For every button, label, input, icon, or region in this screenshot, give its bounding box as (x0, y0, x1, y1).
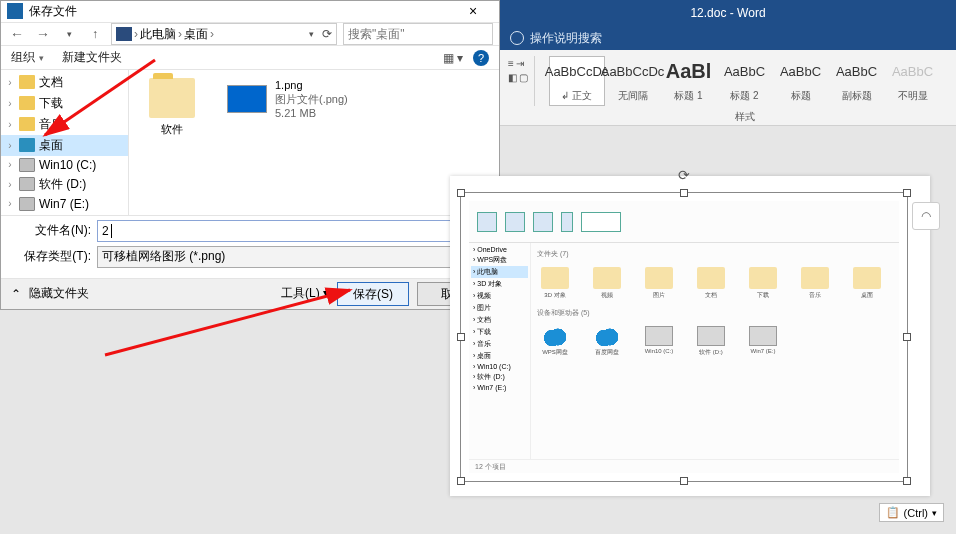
border-icon[interactable]: ▢ (519, 72, 528, 83)
tree-item-软件 (D:)[interactable]: ›软件 (D:) (1, 174, 128, 195)
desktop-icon (19, 138, 35, 152)
breadcrumb-root[interactable]: 此电脑 (140, 26, 176, 43)
breadcrumb-dropdown[interactable]: ▾ (309, 29, 314, 39)
app-icon (7, 3, 23, 19)
resize-handle[interactable] (903, 333, 911, 341)
style-不明显[interactable]: AaBbC不明显 (885, 56, 941, 106)
new-folder-button[interactable]: 新建文件夹 (62, 49, 122, 66)
folder-item[interactable]: 软件 (137, 78, 207, 137)
inner-item: 下载 (745, 267, 781, 300)
nav-row: ← → ▾ ↑ › 此电脑 › 桌面 › ▾ ⟳ (1, 23, 499, 46)
inner-tree-item: › 音乐 (471, 338, 528, 350)
selection-frame[interactable]: ⟳ › OneDrive› WPS网盘› 此电脑› 3D 对象› 视频› 图片›… (460, 192, 908, 482)
tell-me-label: 操作说明搜索 (530, 30, 602, 47)
breadcrumb-loc[interactable]: 桌面 (184, 26, 208, 43)
layout-options-button[interactable]: ◠ (912, 202, 940, 230)
inner-item: 软件 (D:) (693, 326, 729, 357)
styles-gallery: AaBbCcDc↲ 正文AaBbCcDc无间隔AaBl标题 1AaBbC标题 2… (537, 56, 952, 124)
close-button[interactable]: × (453, 3, 493, 19)
tell-me-bar[interactable]: 操作说明搜索 (500, 26, 956, 50)
resize-handle[interactable] (680, 477, 688, 485)
tree-item-音乐[interactable]: ›音乐 (1, 114, 128, 135)
tree-item-文档[interactable]: ›文档 (1, 72, 128, 93)
file-list: 软件 1.png 图片文件(.png) 5.21 MB (129, 70, 499, 215)
search-input[interactable] (343, 23, 493, 45)
chevron-right-icon: › (178, 27, 182, 41)
embedded-screenshot: › OneDrive› WPS网盘› 此电脑› 3D 对象› 视频› 图片› 文… (469, 201, 899, 473)
inner-item: 视频 (589, 267, 625, 300)
organize-dropdown[interactable]: ▾ (39, 53, 44, 63)
inner-status: 12 个项目 (469, 459, 899, 473)
inner-section-label: 设备和驱动器 (5) (537, 308, 893, 318)
organize-button[interactable]: 组织 (11, 49, 35, 66)
history-dropdown[interactable]: ▾ (59, 29, 79, 39)
document-area: ◠ ⟳ › OneDrive› WPS网盘› 此电脑› 3D 对象› 视频› 图… (500, 126, 956, 534)
filename-value: 2 (102, 224, 109, 238)
inner-item: 文档 (693, 267, 729, 300)
inner-item: 音乐 (797, 267, 833, 300)
filename-label: 文件名(N): (11, 222, 91, 239)
inner-item: 桌面 (849, 267, 885, 300)
filename-input[interactable]: 2 (97, 220, 465, 242)
paste-options-popup[interactable]: 📋 (Ctrl) ▾ (879, 503, 944, 522)
style-标题[interactable]: AaBbC标题 (773, 56, 829, 106)
dialog-bottom: ⌃ 隐藏文件夹 工具(L) ▾ 保存(S) 取消 (1, 278, 499, 309)
tree-item-桌面[interactable]: ›桌面 (1, 135, 128, 156)
breadcrumb[interactable]: › 此电脑 › 桌面 › ▾ ⟳ (111, 23, 337, 45)
folder-icon (149, 78, 195, 118)
inner-tree-item: › 图片 (471, 302, 528, 314)
word-title-bar: 12.doc - Word (500, 0, 956, 26)
help-button[interactable]: ? (473, 50, 489, 66)
doc-title: 12.doc - Word (690, 6, 765, 20)
file-item[interactable]: 1.png 图片文件(.png) 5.21 MB (227, 78, 348, 120)
paragraph-group: ≡⇥ ◧▢ (504, 56, 532, 85)
drive-icon (19, 197, 35, 211)
save-fields: 文件名(N): 2 ⌄ 保存类型(T): 可移植网络图形 (*.png) ⌄ (1, 215, 499, 278)
image-thumbnail (227, 85, 267, 113)
view-options-icon[interactable]: ▦ ▾ (443, 51, 463, 65)
filetype-select[interactable]: 可移植网络图形 (*.png) (97, 246, 465, 268)
style-标题 2[interactable]: AaBbC标题 2 (717, 56, 773, 106)
inner-tree: › OneDrive› WPS网盘› 此电脑› 3D 对象› 视频› 图片› 文… (469, 243, 531, 459)
inner-ribbon (469, 201, 899, 243)
filetype-value: 可移植网络图形 (*.png) (102, 248, 225, 265)
up-button[interactable]: ↑ (85, 27, 105, 41)
tree-item-Win10 (C:)[interactable]: ›Win10 (C:) (1, 156, 128, 174)
indent-icon[interactable]: ⇥ (516, 58, 524, 69)
style-副标题[interactable]: AaBbC副标题 (829, 56, 885, 106)
chevron-right-icon: › (210, 27, 214, 41)
inner-tree-item: › 桌面 (471, 350, 528, 362)
save-button[interactable]: 保存(S) (337, 282, 409, 306)
resize-handle[interactable] (457, 333, 465, 341)
style-无间隔[interactable]: AaBbCcDc无间隔 (605, 56, 661, 106)
list-icon[interactable]: ≡ (508, 58, 514, 69)
forward-button[interactable]: → (33, 26, 53, 42)
rotate-handle[interactable]: ⟳ (678, 167, 690, 183)
drive-icon (19, 177, 35, 191)
resize-handle[interactable] (903, 477, 911, 485)
style-正文[interactable]: AaBbCcDc↲ 正文 (549, 56, 605, 106)
resize-handle[interactable] (457, 477, 465, 485)
file-meta: 1.png 图片文件(.png) 5.21 MB (275, 78, 348, 120)
clipboard-icon: 📋 (886, 506, 900, 519)
refresh-button[interactable]: ⟳ (322, 27, 332, 41)
tools-menu[interactable]: 工具(L) ▾ (281, 285, 329, 302)
ribbon: ≡⇥ ◧▢ AaBbCcDc↲ 正文AaBbCcDc无间隔AaBl标题 1AaB… (500, 50, 956, 126)
style-标题 1[interactable]: AaBl标题 1 (661, 56, 717, 106)
resize-handle[interactable] (457, 189, 465, 197)
back-button[interactable]: ← (7, 26, 27, 42)
file-type: 图片文件(.png) (275, 92, 348, 106)
dropdown-icon: ▾ (932, 508, 937, 518)
dialog-title: 保存文件 (29, 3, 447, 20)
resize-handle[interactable] (680, 189, 688, 197)
pc-icon (116, 27, 132, 41)
shading-icon[interactable]: ◧ (508, 72, 517, 83)
save-file-dialog: 保存文件 × ← → ▾ ↑ › 此电脑 › 桌面 › ▾ ⟳ 组织 ▾ 新建文… (0, 0, 500, 310)
inner-content: 文件夹 (7) 3D 对象视频图片文档下载音乐桌面 设备和驱动器 (5) WPS… (531, 243, 899, 459)
hide-folders-toggle[interactable]: ⌃ (11, 287, 21, 301)
tree-item-下载[interactable]: ›下载 (1, 93, 128, 114)
hide-folders-label[interactable]: 隐藏文件夹 (29, 285, 89, 302)
tree-item-Win7 (E:)[interactable]: ›Win7 (E:) (1, 195, 128, 213)
file-size: 5.21 MB (275, 106, 348, 120)
resize-handle[interactable] (903, 189, 911, 197)
